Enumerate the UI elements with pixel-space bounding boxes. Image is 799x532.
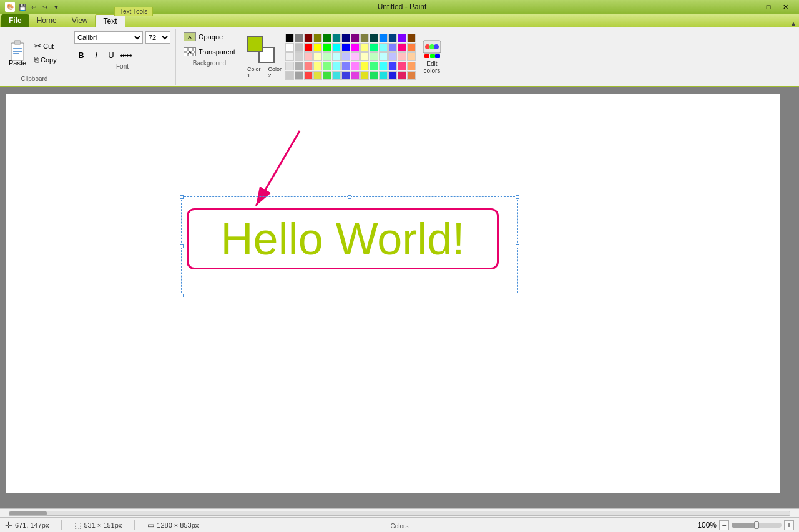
save-quick-btn[interactable]: 💾	[17, 2, 27, 11]
color-cell[interactable]	[313, 43, 322, 52]
color-cell[interactable]	[323, 71, 331, 80]
tab-view[interactable]: View	[64, 14, 96, 27]
color-cell[interactable]	[332, 62, 341, 70]
color-cell[interactable]	[313, 52, 322, 61]
color-cell[interactable]	[295, 52, 303, 61]
tab-file[interactable]: File	[1, 14, 29, 27]
color-cell[interactable]	[295, 43, 303, 52]
paste-button[interactable]: Paste	[5, 38, 30, 68]
color-cell[interactable]	[285, 52, 294, 61]
restore-button[interactable]: □	[760, 1, 777, 12]
color-cell[interactable]	[285, 71, 294, 80]
minimize-button[interactable]: ─	[743, 1, 759, 12]
color-cell[interactable]	[379, 52, 388, 61]
color-cell[interactable]	[407, 62, 416, 70]
color-cell[interactable]	[323, 34, 331, 42]
color-cell[interactable]	[304, 34, 313, 42]
ribbon-collapse-btn[interactable]: ▲	[790, 20, 799, 27]
color-cell[interactable]	[379, 34, 388, 42]
color-cell[interactable]	[360, 43, 369, 52]
color-cell[interactable]	[304, 71, 313, 80]
color-cell[interactable]	[295, 71, 303, 80]
redo-quick-btn[interactable]: ↪	[40, 2, 50, 11]
color-cell[interactable]	[285, 43, 294, 52]
color-cell[interactable]	[370, 62, 378, 70]
canvas-container[interactable]: Hello World!	[0, 87, 799, 508]
color-cell[interactable]	[313, 71, 322, 80]
resize-handle-tr[interactable]	[516, 195, 519, 199]
tab-text[interactable]: Text	[95, 14, 125, 27]
color-cell[interactable]	[398, 71, 406, 80]
resize-handle-ml[interactable]	[180, 244, 184, 248]
color-cell[interactable]	[351, 43, 360, 52]
font-size-select[interactable]: 72	[145, 31, 170, 44]
zoom-slider[interactable]	[732, 523, 782, 528]
color-cell[interactable]	[360, 52, 369, 61]
color-cell[interactable]	[341, 43, 350, 52]
resize-handle-br[interactable]	[516, 294, 519, 297]
tab-home[interactable]: Home	[29, 14, 64, 27]
color-cell[interactable]	[341, 71, 350, 80]
color-cell[interactable]	[351, 52, 360, 61]
color-cell[interactable]	[360, 34, 369, 42]
color-cell[interactable]	[407, 34, 416, 42]
color-cell[interactable]	[398, 34, 406, 42]
color-cell[interactable]	[407, 52, 416, 61]
opaque-button[interactable]: A Opaque	[181, 31, 238, 42]
close-button[interactable]: ✕	[778, 1, 794, 12]
font-family-select[interactable]: Calibri	[74, 31, 143, 44]
color-cell[interactable]	[407, 43, 416, 52]
color-cell[interactable]	[313, 34, 322, 42]
zoom-slider-thumb[interactable]	[732, 523, 757, 528]
zoom-out-button[interactable]: −	[719, 520, 729, 530]
color-cell[interactable]	[407, 71, 416, 80]
color-cell[interactable]	[351, 71, 360, 80]
text-box-inner[interactable]: Hello World!	[187, 208, 499, 269]
color-cell[interactable]	[379, 43, 388, 52]
edit-colors-button[interactable]: Editcolors	[419, 38, 444, 75]
resize-handle-tm[interactable]	[348, 195, 351, 199]
copy-button[interactable]: ⎘ Copy	[32, 54, 64, 66]
horizontal-scrollbar-thumb[interactable]	[9, 511, 47, 515]
color-cell[interactable]	[341, 62, 350, 70]
color-cell[interactable]	[388, 62, 397, 70]
resize-handle-mr[interactable]	[516, 244, 519, 248]
color-cell[interactable]	[370, 34, 378, 42]
color-cell[interactable]	[332, 34, 341, 42]
color-cell[interactable]	[398, 43, 406, 52]
color-cell[interactable]	[388, 43, 397, 52]
zoom-slider-handle[interactable]	[754, 521, 759, 529]
color-cell[interactable]	[360, 71, 369, 80]
customize-quick-btn[interactable]: ▼	[51, 2, 61, 11]
color-cell[interactable]	[295, 62, 303, 70]
color-cell[interactable]	[388, 52, 397, 61]
color-cell[interactable]	[388, 71, 397, 80]
color-cell[interactable]	[398, 62, 406, 70]
underline-button[interactable]: U	[104, 48, 118, 62]
color-cell[interactable]	[295, 34, 303, 42]
strikethrough-button[interactable]: abc	[119, 48, 133, 62]
color-cell[interactable]	[304, 52, 313, 61]
horizontal-scrollbar[interactable]	[9, 511, 790, 516]
color1-swatch[interactable]	[247, 36, 263, 52]
color-cell[interactable]	[351, 34, 360, 42]
color-cell[interactable]	[285, 62, 294, 70]
color-cell[interactable]	[341, 52, 350, 61]
color-cell[interactable]	[304, 62, 313, 70]
color-cell[interactable]	[341, 34, 350, 42]
resize-handle-bl[interactable]	[180, 294, 184, 297]
color-cell[interactable]	[398, 52, 406, 61]
color-cell[interactable]	[332, 43, 341, 52]
color-cell[interactable]	[379, 71, 388, 80]
color-cell[interactable]	[323, 62, 331, 70]
transparent-button[interactable]: A Transparent	[181, 46, 238, 57]
color-cell[interactable]	[351, 62, 360, 70]
color-cell[interactable]	[370, 52, 378, 61]
italic-button[interactable]: I	[89, 48, 103, 62]
bold-button[interactable]: B	[74, 48, 88, 62]
color-cell[interactable]	[388, 34, 397, 42]
color-cell[interactable]	[304, 43, 313, 52]
resize-handle-bm[interactable]	[348, 294, 351, 297]
undo-quick-btn[interactable]: ↩	[29, 2, 39, 11]
color-cell[interactable]	[332, 71, 341, 80]
